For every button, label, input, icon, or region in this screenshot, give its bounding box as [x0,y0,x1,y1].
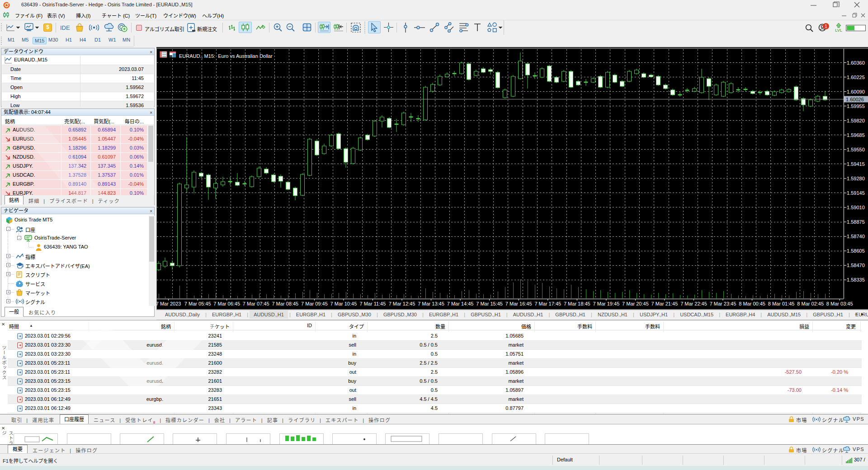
svg-text:7 Mar 10:45: 7 Mar 10:45 [330,301,357,306]
svg-text:7 Mar 11:45: 7 Mar 11:45 [359,301,386,306]
svg-text:7 Mar 22:45: 7 Mar 22:45 [680,301,707,306]
svg-text:1.60360: 1.60360 [847,60,865,66]
svg-text:1.58470: 1.58470 [847,263,865,268]
svg-text:1: 1 [825,24,827,29]
svg-text:7 Mar 17:45: 7 Mar 17:45 [534,301,561,306]
svg-text:8 Mar 01:45: 8 Mar 01:45 [768,301,795,306]
svg-text:7 Mar 06:45: 7 Mar 06:45 [213,301,240,306]
svg-text:1.59280: 1.59280 [847,176,865,181]
svg-text:7 Mar 05:45: 7 Mar 05:45 [184,301,211,306]
svg-text:1.58335: 1.58335 [847,277,865,282]
svg-text:7 Mar 09:45: 7 Mar 09:45 [301,301,328,306]
svg-text:1.58605: 1.58605 [847,248,865,254]
svg-text:7 Mar 21:45: 7 Mar 21:45 [651,301,678,306]
svg-text:1.60225: 1.60225 [847,75,865,80]
svg-text:1.59145: 1.59145 [847,190,865,196]
svg-text:1.58740: 1.58740 [847,234,865,239]
svg-text:1.58875: 1.58875 [847,219,865,225]
svg-text:8 Mar 03:45: 8 Mar 03:45 [826,301,853,306]
svg-text:1.59415: 1.59415 [847,161,865,167]
svg-text:LVL: LVL [835,28,842,33]
svg-text:1.59685: 1.59685 [847,132,865,138]
svg-text:1.60026: 1.60026 [846,97,864,102]
svg-text:7 Mar 19:45: 7 Mar 19:45 [593,301,620,306]
svg-text:1.59955: 1.59955 [847,103,865,109]
svg-text:7 Mar 08:45: 7 Mar 08:45 [272,301,298,306]
svg-text:1.59010: 1.59010 [847,205,865,210]
svg-text:7 Mar 14:45: 7 Mar 14:45 [447,301,474,306]
svg-text:7 Mar 16:45: 7 Mar 16:45 [505,301,532,306]
svg-text:7 Mar 20:45: 7 Mar 20:45 [622,301,649,306]
svg-text:7 Mar 2023: 7 Mar 2023 [156,301,181,306]
svg-text:EURAUD., M15: Euro vs Austral: EURAUD., M15: Euro vs Australian Dollar [179,53,273,59]
svg-text:1.60090: 1.60090 [847,89,865,94]
svg-text:1.59550: 1.59550 [847,147,865,152]
svg-text:7 Mar 18:45: 7 Mar 18:45 [564,301,590,306]
svg-text:7 Mar 23:45: 7 Mar 23:45 [710,301,736,306]
svg-text:7 Mar 13:45: 7 Mar 13:45 [418,301,444,306]
svg-text:7 Mar 07:45: 7 Mar 07:45 [243,301,269,306]
svg-text:1.59820: 1.59820 [847,118,865,123]
svg-text:7 Mar 15:45: 7 Mar 15:45 [476,301,503,306]
svg-text:8 Mar 02:45: 8 Mar 02:45 [797,301,824,306]
svg-text:8 Mar 00:45: 8 Mar 00:45 [739,301,765,306]
svg-text:7 Mar 12:45: 7 Mar 12:45 [389,301,415,306]
